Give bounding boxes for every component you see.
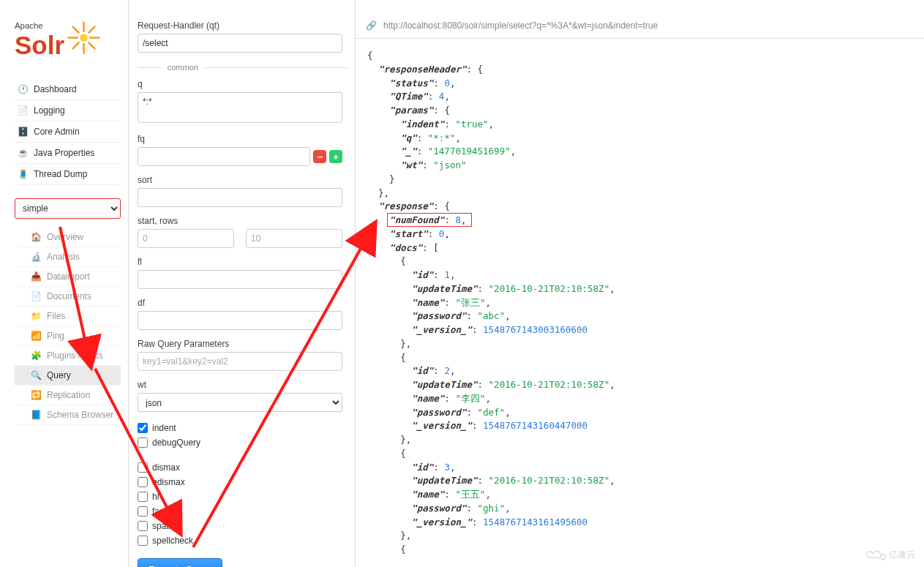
- subnav-label: Ping: [47, 331, 64, 341]
- fq-add-button[interactable]: +: [329, 150, 342, 163]
- svg-line-10: [89, 27, 95, 33]
- subnav-replication[interactable]: 🔁Replication: [15, 386, 121, 405]
- sidebar: Apache Solr 🕐Dashboard 📄Logging 🗄️Core A…: [0, 0, 128, 567]
- subnav-ping[interactable]: 📶Ping: [15, 326, 121, 346]
- svg-line-7: [73, 27, 79, 33]
- nav-label: Core Admin: [34, 127, 80, 137]
- nav-label: Thread Dump: [34, 169, 87, 179]
- subnav-schema[interactable]: 📘Schema Browser: [15, 405, 121, 425]
- q-input[interactable]: *:*: [138, 92, 342, 123]
- module-label: facet: [152, 506, 171, 517]
- q-label: q: [138, 79, 348, 89]
- wt-select[interactable]: json: [138, 393, 342, 412]
- java-icon: ☕: [18, 148, 28, 158]
- startrows-label: start, rows: [138, 216, 348, 226]
- db-icon: 🗄️: [18, 127, 28, 137]
- edismax-checkbox[interactable]: [138, 477, 148, 487]
- qt-input[interactable]: [138, 34, 342, 53]
- nav-java-properties[interactable]: ☕Java Properties: [15, 143, 121, 164]
- search-icon: 🔍: [31, 370, 41, 380]
- import-icon: 📥: [31, 271, 41, 282]
- qt-label: Request-Handler (qt): [138, 20, 348, 31]
- svg-text:Apache: Apache: [15, 21, 43, 30]
- nav-logging[interactable]: 📄Logging: [15, 100, 121, 121]
- nav-label: Logging: [34, 105, 65, 116]
- module-label: edismax: [152, 477, 185, 487]
- subnav-label: Schema Browser: [47, 410, 113, 420]
- folder-icon: 📁: [31, 311, 41, 321]
- debug-checkbox[interactable]: [138, 438, 148, 448]
- nav-dashboard[interactable]: 🕐Dashboard: [15, 79, 121, 100]
- subnav-query[interactable]: 🔍Query: [15, 366, 121, 386]
- link-icon: 🔗: [366, 20, 376, 31]
- subnav-analysis[interactable]: 🔬Analysis: [15, 247, 121, 267]
- home-icon: 🏠: [31, 232, 41, 242]
- main-nav: 🕐Dashboard 📄Logging 🗄️Core Admin ☕Java P…: [15, 79, 121, 185]
- subnav-label: Files: [47, 311, 65, 321]
- fl-input[interactable]: [138, 270, 342, 289]
- solr-logo: Apache Solr: [15, 15, 117, 64]
- subnav-label: Overview: [47, 232, 83, 242]
- subnav-plugins[interactable]: 🧩Plugins / Stats: [15, 346, 121, 366]
- common-label: common: [168, 63, 198, 72]
- nav-label: Dashboard: [34, 84, 77, 94]
- result-url-link[interactable]: http://localhost:8080/solr/simple/select…: [383, 20, 658, 31]
- subnav-dataimport[interactable]: 📥Dataimport: [15, 267, 121, 287]
- sort-label: sort: [138, 175, 348, 185]
- fq-input[interactable]: [138, 147, 310, 166]
- sort-input[interactable]: [138, 188, 342, 207]
- wt-label: wt: [138, 380, 348, 390]
- result-pane: 🔗 http://localhost:8080/solr/simple/sele…: [355, 0, 924, 567]
- nav-core-admin[interactable]: 🗄️Core Admin: [15, 121, 121, 143]
- module-label: hl: [152, 492, 159, 502]
- execute-query-button[interactable]: Execute Query: [138, 558, 222, 567]
- module-label: spatial: [152, 521, 178, 531]
- core-subnav: 🏠Overview 🔬Analysis 📥Dataimport 📄Documen…: [15, 228, 121, 425]
- subnav-label: Replication: [47, 390, 90, 400]
- subnav-label: Documents: [47, 291, 91, 301]
- indent-label: indent: [152, 423, 176, 433]
- raw-label: Raw Query Parameters: [138, 339, 348, 349]
- module-label: dismax: [152, 462, 180, 473]
- fq-label: fq: [138, 134, 348, 144]
- module-label: spellcheck: [152, 536, 193, 546]
- df-input[interactable]: [138, 311, 342, 330]
- query-form: Request-Handler (qt) common q *:* fq − +…: [128, 0, 355, 567]
- common-divider: common: [138, 63, 348, 72]
- nav-label: Java Properties: [34, 148, 94, 158]
- start-input[interactable]: [138, 229, 234, 248]
- subnav-label: Analysis: [47, 252, 80, 262]
- nav-thread-dump[interactable]: 🧵Thread Dump: [15, 164, 121, 185]
- debug-label: debugQuery: [152, 438, 200, 448]
- spatial-checkbox[interactable]: [138, 521, 148, 531]
- doc-icon: 📄: [31, 291, 41, 301]
- watermark: 亿速云: [865, 548, 915, 561]
- subnav-label: Query: [47, 370, 71, 380]
- svg-line-8: [89, 43, 95, 49]
- result-url-bar: 🔗 http://localhost:8080/solr/simple/sele…: [356, 13, 924, 39]
- subnav-label: Dataimport: [47, 271, 90, 282]
- subnav-label: Plugins / Stats: [47, 350, 103, 361]
- spellcheck-checkbox[interactable]: [138, 536, 148, 546]
- svg-point-2: [80, 34, 88, 42]
- subnav-documents[interactable]: 📄Documents: [15, 287, 121, 307]
- core-select[interactable]: simple: [15, 198, 121, 219]
- fl-label: fl: [138, 257, 348, 267]
- subnav-overview[interactable]: 🏠Overview: [15, 228, 121, 247]
- fq-remove-button[interactable]: −: [313, 150, 326, 163]
- json-response: { "responseHeader": { "status": 0, "QTim…: [356, 39, 924, 567]
- indent-checkbox[interactable]: [138, 423, 148, 433]
- dismax-checkbox[interactable]: [138, 462, 148, 473]
- svg-line-9: [73, 43, 79, 49]
- subnav-files[interactable]: 📁Files: [15, 307, 121, 326]
- hl-checkbox[interactable]: [138, 492, 148, 502]
- replication-icon: 🔁: [31, 390, 41, 400]
- thread-icon: 🧵: [18, 169, 28, 179]
- svg-text:Solr: Solr: [15, 31, 64, 59]
- facet-checkbox[interactable]: [138, 506, 148, 517]
- core-selector: simple: [15, 198, 121, 219]
- df-label: df: [138, 298, 348, 308]
- raw-input[interactable]: [138, 352, 342, 371]
- rows-input[interactable]: [246, 229, 342, 248]
- funnel-icon: 🔬: [31, 252, 41, 262]
